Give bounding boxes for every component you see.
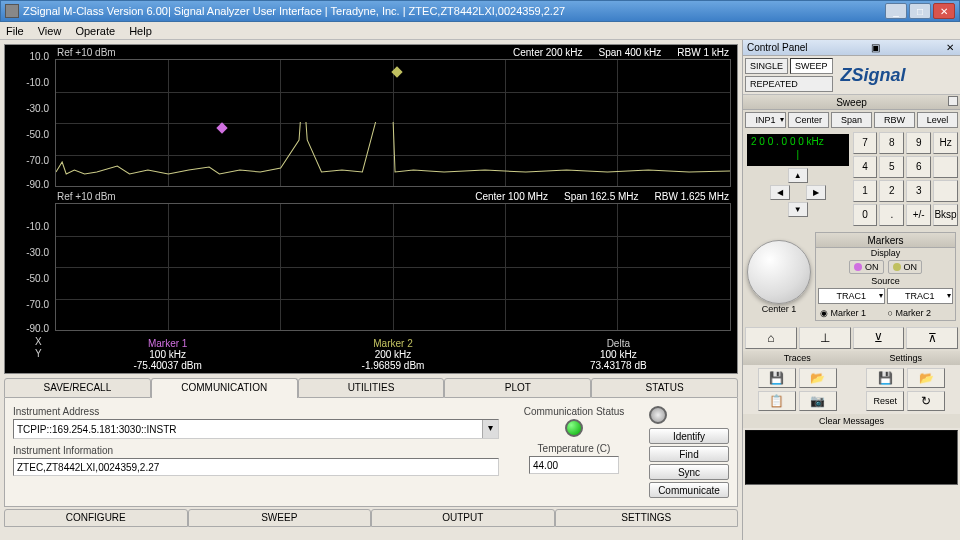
trace-camera-button[interactable]: 📷: [799, 391, 837, 411]
btab-output[interactable]: OUTPUT: [371, 509, 555, 527]
marker2-on-toggle[interactable]: ON: [888, 260, 923, 274]
grid-1: [55, 59, 731, 187]
menu-view[interactable]: View: [38, 25, 62, 37]
y-tick: -50.0: [7, 273, 49, 284]
maximize-button[interactable]: □: [909, 3, 931, 19]
refresh-button[interactable]: ↻: [907, 391, 945, 411]
key-blank1[interactable]: [933, 156, 958, 178]
find-button[interactable]: Find: [649, 446, 729, 462]
tab-plot[interactable]: PLOT: [444, 378, 591, 398]
input-select[interactable]: INP1: [745, 112, 786, 128]
menu-file[interactable]: File: [6, 25, 24, 37]
sync-button[interactable]: Sync: [649, 464, 729, 480]
settings-save-button[interactable]: 💾: [866, 368, 904, 388]
key-8[interactable]: 8: [879, 132, 904, 154]
markers-header: Markers: [816, 233, 955, 248]
center-button[interactable]: Center: [788, 112, 829, 128]
rbw-button[interactable]: RBW: [874, 112, 915, 128]
trace-1: [56, 122, 730, 182]
settings-header: Settings: [852, 351, 961, 365]
window-title: ZSignal M-Class Version 6.00| Signal Ana…: [23, 5, 883, 17]
trace-copy-button[interactable]: 📋: [758, 391, 796, 411]
tab-utilities[interactable]: UTILITIES: [298, 378, 445, 398]
gear-icon[interactable]: [649, 406, 667, 424]
key-blank2[interactable]: [933, 180, 958, 202]
trace-open-button[interactable]: 📂: [799, 368, 837, 388]
key-dot[interactable]: .: [879, 204, 904, 226]
marker-tool-3[interactable]: ⊻: [853, 327, 905, 349]
arrow-down-button[interactable]: ▼: [788, 202, 808, 217]
key-3[interactable]: 3: [906, 180, 931, 202]
rbw-readout-1: RBW 1 kHz: [677, 47, 729, 58]
span-button[interactable]: Span: [831, 112, 872, 128]
identify-button[interactable]: Identify: [649, 428, 729, 444]
delta-x: 100 kHz: [506, 349, 731, 360]
temperature-field[interactable]: [529, 456, 619, 474]
key-6[interactable]: 6: [906, 156, 931, 178]
marker-tool-4[interactable]: ⊼: [906, 327, 958, 349]
tab-status[interactable]: STATUS: [591, 378, 738, 398]
ref-label-2: Ref +10 dBm: [57, 191, 116, 202]
y-tick: -50.0: [7, 129, 49, 140]
menu-operate[interactable]: Operate: [75, 25, 115, 37]
spectrum-plot[interactable]: Ref +10 dBm Center 200 kHz Span 400 kHz …: [4, 44, 738, 374]
marker2-radio[interactable]: ○ Marker 2: [888, 308, 952, 318]
y-axis-label: Y: [35, 348, 42, 359]
btab-configure[interactable]: CONFIGURE: [4, 509, 188, 527]
arrow-right-button[interactable]: ▶: [806, 185, 826, 200]
key-bksp[interactable]: Bksp: [933, 204, 958, 226]
key-2[interactable]: 2: [879, 180, 904, 202]
marker2-y: -1.96859 dBm: [280, 360, 505, 371]
menu-help[interactable]: Help: [129, 25, 152, 37]
tab-communication[interactable]: COMMUNICATION: [151, 378, 298, 398]
single-button[interactable]: SINGLE: [745, 58, 788, 74]
chevron-down-icon[interactable]: ▾: [482, 420, 498, 438]
btab-settings[interactable]: SETTINGS: [555, 509, 739, 527]
clear-messages-button[interactable]: Clear Messages: [743, 414, 960, 428]
instrument-info-field[interactable]: [13, 458, 499, 476]
marker2-source-select[interactable]: TRAC1: [887, 288, 954, 304]
addr-value: TCPIP::169.254.5.181:3030::INSTR: [17, 424, 177, 435]
cp-close-icon[interactable]: ✕: [946, 42, 954, 53]
cp-pin-icon[interactable]: ▣: [871, 42, 880, 53]
key-sign[interactable]: +/-: [906, 204, 931, 226]
level-button[interactable]: Level: [917, 112, 958, 128]
minimize-button[interactable]: _: [885, 3, 907, 19]
trace-save-button[interactable]: 💾: [758, 368, 796, 388]
addr-label: Instrument Address: [13, 406, 499, 417]
reset-button[interactable]: Reset: [866, 391, 904, 411]
close-button[interactable]: ✕: [933, 3, 955, 19]
center-dial[interactable]: [747, 240, 811, 304]
key-4[interactable]: 4: [853, 156, 878, 178]
display-label: Display: [816, 248, 955, 258]
key-1[interactable]: 1: [853, 180, 878, 202]
marker1-radio[interactable]: ◉ Marker 1: [820, 308, 884, 318]
main-tabs: SAVE/RECALL COMMUNICATION UTILITIES PLOT…: [4, 378, 738, 398]
instrument-address-combo[interactable]: TCPIP::169.254.5.181:3030::INSTR▾: [13, 419, 499, 439]
info-label: Instrument Information: [13, 445, 499, 456]
arrow-up-button[interactable]: ▲: [788, 168, 808, 183]
marker-tool-1[interactable]: ⌂: [745, 327, 797, 349]
center-readout-1: Center 200 kHz: [513, 47, 582, 58]
marker-tool-2[interactable]: ⊥: [799, 327, 851, 349]
center-dial-label: Center 1: [747, 304, 811, 314]
frequency-readout: 2 0 0 . 0 0 0 kHz|: [747, 134, 849, 166]
plot-header-2: Center 100 MHz Span 162.5 MHz RBW 1.625 …: [475, 191, 729, 202]
temp-label: Temperature (C): [509, 443, 639, 454]
sweep-button[interactable]: SWEEP: [790, 58, 833, 74]
marker1-source-select[interactable]: TRAC1: [818, 288, 885, 304]
communicate-button[interactable]: Communicate: [649, 482, 729, 498]
communication-panel: Instrument Address TCPIP::169.254.5.181:…: [4, 398, 738, 507]
marker1-on-toggle[interactable]: ON: [849, 260, 884, 274]
tab-saverecall[interactable]: SAVE/RECALL: [4, 378, 151, 398]
collapse-icon[interactable]: [948, 96, 958, 106]
repeated-button[interactable]: REPEATED: [745, 76, 833, 92]
arrow-left-button[interactable]: ◀: [770, 185, 790, 200]
settings-open-button[interactable]: 📂: [907, 368, 945, 388]
btab-sweep[interactable]: SWEEP: [188, 509, 372, 527]
key-hz[interactable]: Hz: [933, 132, 958, 154]
key-0[interactable]: 0: [853, 204, 878, 226]
key-5[interactable]: 5: [879, 156, 904, 178]
key-7[interactable]: 7: [853, 132, 878, 154]
key-9[interactable]: 9: [906, 132, 931, 154]
